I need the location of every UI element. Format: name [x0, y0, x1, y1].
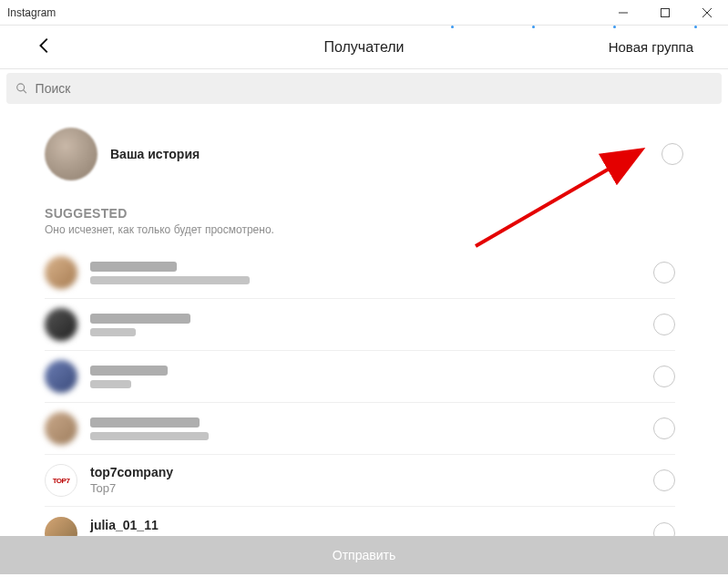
svg-rect-1 — [661, 8, 670, 16]
user-name: top7company — [90, 465, 173, 481]
list-item-top7[interactable]: TOP7 top7companyTop7 — [45, 455, 675, 507]
list-item[interactable] — [45, 299, 675, 351]
suggested-title: SUGGESTED — [45, 206, 683, 221]
select-radio[interactable] — [653, 262, 675, 283]
search-icon — [15, 82, 28, 95]
search-bar[interactable] — [6, 73, 722, 104]
story-label: Ваша история — [110, 147, 200, 161]
select-radio[interactable] — [653, 469, 675, 491]
story-radio[interactable] — [661, 143, 683, 165]
new-group-button[interactable]: Новая группа — [609, 39, 693, 55]
search-input[interactable] — [36, 81, 713, 96]
story-avatar — [45, 128, 97, 180]
minimize-button[interactable] — [602, 0, 644, 26]
back-button[interactable] — [35, 36, 55, 59]
select-radio[interactable] — [653, 314, 675, 335]
select-radio[interactable] — [653, 417, 675, 439]
list-item[interactable] — [45, 247, 675, 299]
send-button[interactable]: Отправить — [0, 536, 728, 574]
svg-line-5 — [24, 90, 26, 93]
your-story-row[interactable]: Ваша история — [45, 108, 683, 197]
avatar: TOP7 — [45, 464, 77, 497]
select-radio[interactable] — [653, 366, 675, 387]
list-item[interactable] — [45, 351, 675, 403]
app-title: Instagram — [0, 6, 56, 19]
page-title: Получатели — [323, 39, 404, 56]
suggested-subtitle: Оно исчезнет, как только будет просмотре… — [45, 223, 683, 236]
list-item[interactable] — [45, 403, 675, 455]
close-button[interactable] — [686, 0, 728, 26]
user-sub: Top7 — [90, 481, 173, 496]
svg-point-4 — [17, 84, 25, 91]
user-name: julia_01_11 — [90, 518, 159, 534]
maximize-button[interactable] — [644, 0, 686, 26]
